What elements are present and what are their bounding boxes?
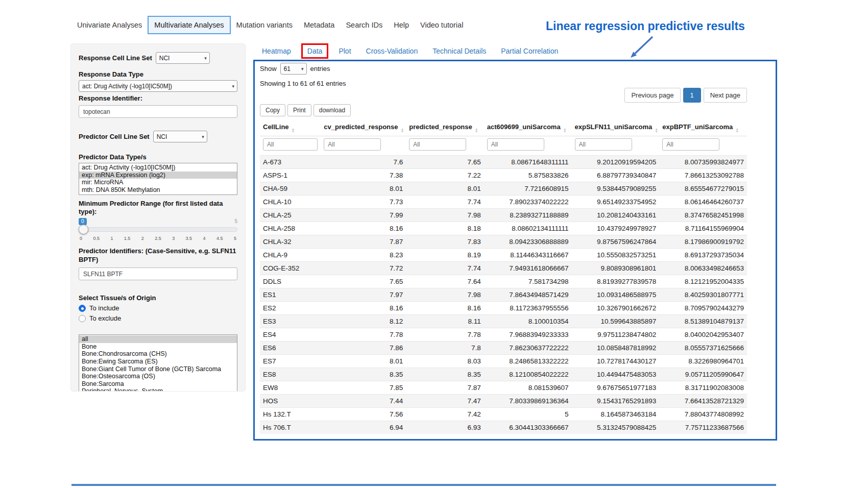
column-header-label: CellLine xyxy=(263,123,289,131)
entries-select[interactable]: 61 xyxy=(280,63,307,75)
tissue-radio-option[interactable]: To exclude xyxy=(79,314,237,322)
cv-predicted-response-cell: 8.16 xyxy=(321,302,406,315)
table-row: CHLA-32 7.87 7.83 8.09423306888889 9.875… xyxy=(260,235,747,249)
listbox-option[interactable]: all xyxy=(79,335,237,343)
response-cell-line-set-select-wrap: NCI xyxy=(156,52,210,64)
radio-icon xyxy=(79,305,86,312)
column-header-label: expBPTF_uniSarcoma xyxy=(662,123,733,131)
listbox-option[interactable]: Peripheral_Nervous_System xyxy=(79,387,237,392)
listbox-option[interactable]: mth: DNA 850K Methylation xyxy=(79,186,237,194)
expslfn11-unisarcoma-cell: 10.7278174430127 xyxy=(572,355,660,368)
nav-item[interactable]: Help xyxy=(388,17,415,33)
column-header-label: expSLFN11_uniSarcoma xyxy=(575,123,653,131)
listbox-option[interactable]: Bone:Ewing Sarcoma (ES) xyxy=(79,358,237,365)
table-row: EW8 7.85 7.87 8.081539607 9.676756519771… xyxy=(260,381,747,395)
act-unisarcoma-cell: 8.09423306888889 xyxy=(484,235,572,249)
column-header[interactable]: CellLine▲▼ xyxy=(260,120,321,136)
result-tab[interactable]: Plot xyxy=(339,47,351,55)
next-page-button[interactable]: Next page xyxy=(704,88,747,103)
column-header-label: predicted_response xyxy=(409,123,472,131)
act-unisarcoma-cell: 8.11446343116667 xyxy=(484,249,572,262)
act-unisarcoma-cell: 6.30441303366667 xyxy=(484,421,572,434)
column-filter-input[interactable] xyxy=(662,138,719,151)
nav-item[interactable]: Univariate Analyses xyxy=(71,17,148,33)
column-filter-input[interactable] xyxy=(263,138,318,151)
sidebar-panel: Response Cell Line Set NCI Response Data… xyxy=(70,43,246,392)
tissue-listbox: all Bone Bone:Chondrosarcoma (CHS) Bone:… xyxy=(79,334,237,392)
column-filter-input[interactable] xyxy=(487,138,544,151)
response-data-type-select[interactable]: act: Drug Activity (-log10[IC50M]) xyxy=(79,80,237,92)
cellline-cell: ES4 xyxy=(260,328,321,341)
export-button[interactable]: download xyxy=(314,104,351,116)
entries-suffix-label: entries xyxy=(310,65,330,72)
column-filter-input[interactable] xyxy=(324,138,381,151)
listbox-option[interactable]: Bone xyxy=(79,343,237,351)
nav-item[interactable]: Multivariate Analyses xyxy=(148,16,230,34)
cv-predicted-response-cell: 7.85 xyxy=(321,381,406,395)
listbox-option[interactable]: mir: MicroRNA xyxy=(79,179,237,186)
expslfn11-unisarcoma-cell: 9.97511238474802 xyxy=(572,328,660,341)
predictor-identifiers-input[interactable] xyxy=(79,267,237,280)
result-tab[interactable]: Cross-Validation xyxy=(366,47,418,55)
column-header[interactable]: cv_predicted_response▲▼ xyxy=(321,120,406,136)
slider-handle[interactable] xyxy=(79,225,88,234)
result-tab[interactable]: Partial Correlation xyxy=(501,47,558,55)
listbox-option[interactable]: Bone:Sarcoma xyxy=(79,380,237,388)
response-identifier-input[interactable] xyxy=(79,105,237,118)
column-header[interactable]: expSLFN11_uniSarcoma▲▼ xyxy=(572,120,660,136)
slider-track[interactable] xyxy=(79,227,237,232)
slider-tick-label: 2.5 xyxy=(155,236,161,241)
nav-item[interactable]: Metadata xyxy=(298,17,340,33)
table-row: ES3 8.12 8.11 8.100010354 10.59964388589… xyxy=(260,315,747,328)
column-header[interactable]: expBPTF_uniSarcoma▲▼ xyxy=(659,120,747,136)
cv-predicted-response-cell: 8.01 xyxy=(321,355,406,368)
predictor-cell-line-set-select[interactable]: NCI xyxy=(153,131,207,142)
result-tab[interactable]: Data xyxy=(301,43,329,59)
sort-icon: ▲▼ xyxy=(400,128,404,133)
expslfn11-unisarcoma-cell: 10.0931486588975 xyxy=(572,288,660,302)
tissue-radio-option[interactable]: To include xyxy=(79,304,237,312)
listbox-option[interactable]: Bone:Chondrosarcoma (CHS) xyxy=(79,350,237,358)
tissue-origin-label: Select Tissue/s of Origin xyxy=(79,294,237,302)
cv-predicted-response-cell: 7.99 xyxy=(321,209,406,222)
column-filter-input[interactable] xyxy=(409,138,466,151)
current-page-button[interactable]: 1 xyxy=(683,88,701,103)
export-button[interactable]: Copy xyxy=(260,104,285,116)
cellline-cell: ES1 xyxy=(260,288,321,302)
table-row: CHLA-258 8.16 8.18 8.08602134111111 10.4… xyxy=(260,222,747,235)
cellline-cell: Hs 132.T xyxy=(260,408,321,421)
result-tab[interactable]: Heatmap xyxy=(262,47,291,55)
cellline-cell: CHLA-9 xyxy=(260,249,321,262)
expbptf-unisarcoma-cell: 8.31711902083008 xyxy=(659,381,747,395)
act-unisarcoma-cell: 8.24865813322222 xyxy=(484,355,572,368)
export-button[interactable]: Print xyxy=(287,104,311,116)
nav-item[interactable]: Search IDs xyxy=(340,17,388,33)
response-cell-line-set-select[interactable]: NCI xyxy=(156,52,210,64)
column-header[interactable]: predicted_response▲▼ xyxy=(406,120,484,136)
previous-page-button[interactable]: Previous page xyxy=(624,88,680,103)
expslfn11-unisarcoma-cell: 5.31324579088425 xyxy=(572,421,660,434)
response-data-type-select-wrap: act: Drug Activity (-log10[IC50M]) xyxy=(79,80,237,92)
predicted-response-cell: 7.87 xyxy=(406,381,484,395)
listbox-option[interactable]: Bone:Osteosarcoma (OS) xyxy=(79,373,237,380)
top-nav: Univariate Analyses Multivariate Analyse… xyxy=(71,16,469,34)
table-row: CHLA-25 7.99 7.98 8.23893271188889 10.20… xyxy=(260,209,747,222)
listbox-option[interactable]: act: Drug Activity (-log10[IC50M]) xyxy=(79,164,237,172)
result-tab[interactable]: Technical Details xyxy=(432,47,486,55)
column-header[interactable]: act609699_uniSarcoma▲▼ xyxy=(484,120,572,136)
listbox-option[interactable]: Bone:Giant Cell Tumor of Bone (GCTB) Sar… xyxy=(79,365,237,373)
nav-item[interactable]: Mutation variants xyxy=(231,17,298,33)
entries-select-wrap: 61 xyxy=(280,63,307,75)
results-table: CellLine▲▼ cv_predicted_response▲▼ predi… xyxy=(260,120,747,434)
act-unisarcoma-cell: 7.80339869136364 xyxy=(484,395,572,408)
table-row: ES2 8.16 8.16 8.11723637955556 10.326790… xyxy=(260,302,747,315)
listbox-option[interactable]: exp: mRNA Expression (log2) xyxy=(79,172,237,179)
predicted-response-cell: 7.98 xyxy=(406,288,484,302)
cv-predicted-response-cell: 7.56 xyxy=(321,408,406,421)
sort-icon: ▲▼ xyxy=(655,128,658,133)
column-filter-input[interactable] xyxy=(575,138,632,151)
nav-item[interactable]: Video tutorial xyxy=(415,17,469,33)
expslfn11-unisarcoma-cell: 10.2081240433161 xyxy=(572,209,660,222)
act-unisarcoma-cell: 7.89023374022222 xyxy=(484,196,572,209)
cv-predicted-response-cell: 7.73 xyxy=(321,196,406,209)
